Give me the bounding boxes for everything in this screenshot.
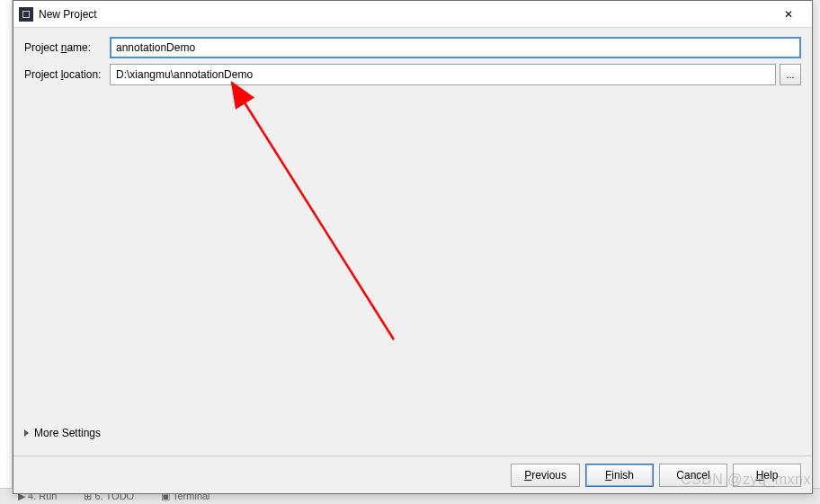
more-settings-label: More Settings	[34, 427, 101, 439]
chevron-right-icon	[24, 429, 29, 437]
project-location-input[interactable]	[110, 64, 776, 85]
intellij-icon	[19, 7, 33, 22]
more-settings-toggle[interactable]: More Settings	[24, 427, 801, 439]
previous-button[interactable]: Previous	[511, 464, 580, 487]
project-location-row: Project location: ...	[24, 64, 801, 85]
new-project-dialog: New Project ✕ Project name: Project loca…	[13, 0, 813, 494]
project-name-row: Project name:	[24, 37, 801, 58]
watermark: CSDN @zyq_mxnx	[681, 472, 811, 488]
window-title: New Project	[39, 8, 769, 21]
project-name-label: Project name:	[24, 41, 110, 54]
titlebar: New Project ✕	[13, 1, 812, 28]
browse-button[interactable]: ...	[780, 64, 801, 85]
project-name-input[interactable]	[110, 37, 801, 58]
close-button[interactable]: ✕	[769, 2, 808, 27]
finish-button[interactable]: Finish	[585, 464, 654, 487]
project-location-label: Project location:	[24, 68, 110, 81]
dialog-body: Project name: Project location: ... More…	[13, 28, 812, 455]
